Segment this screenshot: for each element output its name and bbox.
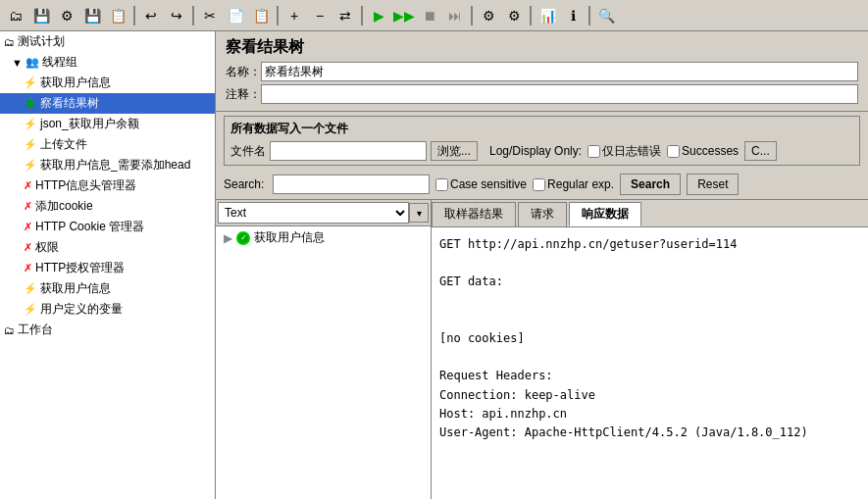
sidebar-item-thread-group[interactable]: ▼ 👥 线程组 [0, 52, 215, 73]
sidebar-label-http-header-mgr: HTTP信息头管理器 [35, 177, 136, 194]
toolbar-btn-chart[interactable]: 📊 [536, 4, 559, 27]
toolbar-sep-6 [530, 6, 532, 25]
reset-button[interactable]: Reset [687, 174, 739, 195]
toolbar-btn-undo[interactable]: ↩ [139, 4, 163, 27]
tree-panel-header: Text ▾ [216, 200, 431, 226]
name-row: 名称： [226, 62, 858, 81]
toolbar-sep-2 [192, 6, 194, 25]
sidebar-label-http-cookie-mgr: HTTP Cookie 管理器 [35, 219, 144, 235]
toolbar-sep-1 [133, 6, 135, 25]
search-label: Search: [224, 177, 267, 191]
regular-exp-text: Regular exp. [547, 177, 614, 191]
browse-button[interactable]: 浏览... [431, 141, 478, 161]
toolbar-btn-add[interactable]: + [282, 4, 306, 27]
case-sensitive-text: Case sensitive [450, 177, 527, 191]
search-button[interactable]: Search [620, 174, 681, 195]
toolbar-btn-settings[interactable]: ⚙ [477, 4, 500, 27]
success-icon [236, 231, 250, 245]
toolbar-btn-move[interactable]: ⇄ [333, 4, 357, 27]
result-tree-item-get-user[interactable]: ▶ 获取用户信息 [216, 226, 431, 249]
comment-input[interactable] [261, 84, 858, 104]
sidebar-item-view-result-tree[interactable]: 🌲 察看结果树 [0, 93, 215, 114]
case-sensitive-label[interactable]: Case sensitive [435, 177, 527, 191]
file-row: 文件名 浏览... Log/Display Only: 仅日志错误 Succes… [230, 141, 853, 161]
regular-exp-label[interactable]: Regular exp. [533, 177, 614, 191]
toolbar-btn-1[interactable]: 🗂 [4, 4, 27, 27]
leaf-icon-4: ⚡ [24, 138, 37, 151]
thread-group-icon: 👥 [26, 56, 39, 69]
toolbar-btn-3[interactable]: ⚙ [55, 4, 78, 27]
configure-button[interactable]: C... [744, 141, 777, 161]
detail-tabs: 取样器结果 请求 响应数据 [432, 200, 868, 227]
sidebar-label-get-user-info2: 获取用户信息_需要添加head [40, 157, 190, 174]
expand-button[interactable]: ▾ [409, 203, 429, 223]
leaf-icon-6: ⚡ [24, 282, 37, 295]
sidebar-item-get-user-info3[interactable]: ⚡ 获取用户信息 [0, 278, 215, 299]
sidebar-item-get-user-info2[interactable]: ⚡ 获取用户信息_需要添加head [0, 155, 215, 175]
successes-checkbox[interactable] [667, 145, 680, 158]
toolbar-sep-4 [361, 6, 363, 25]
sidebar-item-user-defined-vars[interactable]: ⚡ 用户定义的变量 [0, 299, 215, 320]
sidebar-label-thread-group: 线程组 [42, 54, 77, 71]
successes-checkbox-label[interactable]: Successes [667, 144, 739, 158]
toolbar-sep-3 [277, 6, 279, 25]
name-label: 名称： [226, 64, 261, 80]
sidebar-label-permissions: 权限 [35, 239, 59, 256]
toolbar-btn-paste[interactable]: 📋 [249, 4, 273, 27]
log-errors-checkbox[interactable] [587, 145, 600, 158]
error-icon-2: ✗ [24, 200, 32, 213]
workbench-icon: 🗂 [4, 324, 15, 336]
toolbar-btn-cut[interactable]: ✂ [198, 4, 222, 27]
tab-request[interactable]: 请求 [518, 202, 567, 226]
toolbar-btn-run-current[interactable]: ▶▶ [392, 4, 416, 27]
toolbar-btn-copy[interactable]: 📄 [224, 4, 247, 27]
sidebar-label-workbench: 工作台 [18, 322, 53, 338]
result-item-label: 获取用户信息 [254, 229, 325, 246]
toolbar-btn-4[interactable]: 💾 [80, 4, 104, 27]
toolbar-btn-stop[interactable]: ⏹ [418, 4, 441, 27]
toolbar-btn-info[interactable]: ℹ [561, 4, 585, 27]
sidebar-item-workbench[interactable]: 🗂 工作台 [0, 320, 215, 340]
tab-sampler[interactable]: 取样器结果 [432, 202, 516, 226]
panel-title: 察看结果树 [226, 37, 858, 58]
regular-exp-checkbox[interactable] [533, 178, 545, 191]
detail-line-2: GET data: [439, 273, 860, 291]
search-input[interactable] [273, 175, 430, 194]
toolbar-btn-redo[interactable]: ↪ [165, 4, 188, 27]
toolbar-btn-2[interactable]: 💾 [29, 4, 53, 27]
view-type-select[interactable]: Text [218, 202, 409, 224]
name-input[interactable] [261, 62, 858, 81]
leaf-icon-3: ⚡ [24, 118, 37, 130]
sidebar-item-http-cookie-mgr[interactable]: ✗ HTTP Cookie 管理器 [0, 217, 215, 237]
sidebar-item-http-header-mgr[interactable]: ✗ HTTP信息头管理器 [0, 175, 215, 196]
sidebar-label-view-result-tree: 察看结果树 [40, 95, 99, 112]
sidebar-label-user-defined-vars: 用户定义的变量 [40, 301, 123, 318]
sidebar-item-json-get-balance[interactable]: ⚡ json_获取用户余额 [0, 114, 215, 134]
sidebar-label-auth-mgr: HTTP授权管理器 [35, 260, 125, 276]
toolbar-btn-run[interactable]: ▶ [367, 4, 390, 27]
test-plan-icon: 🗂 [4, 36, 15, 48]
comment-row: 注释： [226, 84, 858, 104]
toolbar-btn-stop-now[interactable]: ⏭ [443, 4, 467, 27]
detail-line-3: [no cookies] [439, 329, 860, 348]
file-name-input[interactable] [270, 141, 427, 161]
toolbar-btn-remove[interactable]: − [308, 4, 332, 27]
toolbar-btn-settings2[interactable]: ⚙ [502, 4, 526, 27]
tab-response[interactable]: 响应数据 [569, 202, 641, 226]
log-errors-checkbox-label[interactable]: 仅日志错误 [587, 143, 661, 160]
leaf-icon-2: 🌲 [24, 97, 37, 110]
leaf-icon-7: ⚡ [24, 303, 37, 316]
sidebar-item-upload-file[interactable]: ⚡ 上传文件 [0, 134, 215, 155]
toolbar-btn-5[interactable]: 📋 [106, 4, 129, 27]
sidebar-item-get-user-info[interactable]: ⚡ 获取用户信息 [0, 73, 215, 93]
file-section-title: 所有数据写入一个文件 [230, 121, 853, 137]
search-bar: Search: Case sensitive Regular exp. Sear… [216, 170, 868, 200]
main-layout: 🗂 测试计划 ▼ 👥 线程组 ⚡ 获取用户信息 🌲 察看结果树 ⚡ json_获… [0, 31, 868, 499]
sidebar-item-test-plan[interactable]: 🗂 测试计划 [0, 31, 215, 52]
case-sensitive-checkbox[interactable] [435, 178, 448, 191]
comment-label: 注释： [226, 86, 261, 103]
sidebar-item-auth-mgr[interactable]: ✗ HTTP授权管理器 [0, 258, 215, 278]
toolbar-btn-search[interactable]: 🔍 [594, 4, 618, 27]
sidebar-item-add-cookie[interactable]: ✗ 添加cookie [0, 196, 215, 217]
sidebar-item-permissions[interactable]: ✗ 权限 [0, 237, 215, 258]
